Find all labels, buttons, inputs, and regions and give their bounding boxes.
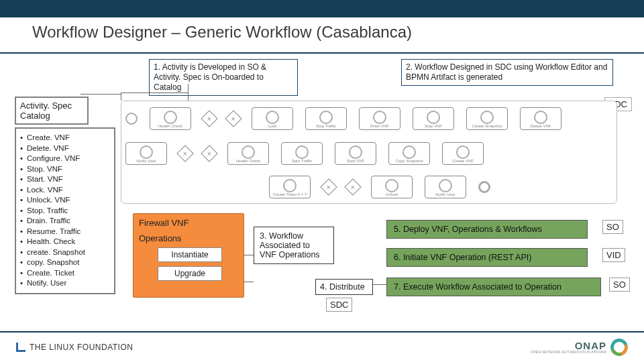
bpmn-gateway: × bbox=[320, 178, 337, 195]
operations-group: Operations Instantiate Upgrade bbox=[139, 233, 238, 281]
bpmn-row: Notify User××Health CheckStart TrafficSt… bbox=[125, 140, 612, 167]
bpmn-row: Health Check××LockStop TrafficDrain VNFS… bbox=[125, 105, 612, 132]
onap-subtext: OPEN NETWORK AUTOMATION PLATFORM bbox=[531, 351, 606, 354]
bpmn-task: Stop VNF bbox=[413, 107, 454, 130]
bpmn-gateway: × bbox=[225, 110, 241, 127]
catalog-item: Create. Ticket bbox=[20, 268, 110, 279]
bpmn-task: Notify User bbox=[425, 176, 466, 198]
bpmn-gateway: × bbox=[201, 110, 217, 127]
vnf-title: Firewall VNF bbox=[139, 218, 238, 228]
lf-icon bbox=[16, 343, 25, 352]
bpmn-task: Drain VNF bbox=[359, 107, 400, 130]
vid-tag: VID bbox=[602, 248, 625, 262]
bpmn-task: Start VNF bbox=[335, 142, 376, 165]
connector-line bbox=[80, 94, 121, 95]
step-4-box: 4. Distribute bbox=[315, 279, 373, 295]
catalog-item: Create. VNF bbox=[20, 133, 110, 143]
bpmn-gateway: × bbox=[176, 145, 193, 162]
catalog-item: Resume. Traffic bbox=[20, 227, 110, 237]
catalog-item: Start. VNF bbox=[20, 174, 110, 185]
bpmn-task: Delete VNF bbox=[520, 107, 561, 130]
bpmn-task: Lock bbox=[252, 107, 293, 130]
connector-line bbox=[121, 93, 188, 93]
catalog-item: Stop. Traffic bbox=[20, 206, 110, 217]
content-area: 1. Activity is Developed in SO & Activit… bbox=[0, 54, 644, 335]
catalog-item: Drain. Traffic bbox=[20, 216, 110, 227]
slide-root: Workflow Designer – Generic Workflow (Ca… bbox=[0, 0, 644, 362]
catalog-item: Configure. VNF bbox=[20, 154, 110, 164]
op-instantiate[interactable]: Instantiate bbox=[158, 247, 222, 262]
so-tag-2: SO bbox=[609, 278, 630, 292]
so-tag-1: SO bbox=[602, 220, 623, 234]
step-6-box: 6. Initiate VNF Operation (REST API) bbox=[386, 248, 588, 267]
catalog-title: Activity. Spec Catalog bbox=[15, 97, 89, 125]
bpmn-task: Notify User bbox=[125, 142, 167, 165]
linux-foundation-logo: THE LINUX FOUNDATION bbox=[16, 343, 133, 352]
catalog-item: Unlock. VNF bbox=[20, 195, 110, 206]
lf-text: THE LINUX FOUNDATION bbox=[30, 343, 133, 352]
firewall-vnf-card: Firewall VNF Operations Instantiate Upgr… bbox=[133, 213, 244, 298]
catalog-item: create. Snapshot bbox=[20, 247, 110, 258]
bpmn-task: Create VNF bbox=[442, 142, 484, 165]
onap-icon bbox=[608, 336, 631, 359]
step-2-box: 2. Workflow Designed in SDC using Workfl… bbox=[401, 59, 613, 86]
bpmn-task: Stop Traffic bbox=[305, 107, 347, 130]
catalog-item: Notify. User bbox=[20, 278, 110, 289]
step-5-box: 5. Deploy VNF, Operations & Workflows bbox=[386, 220, 588, 239]
bpmn-task: Create Snapshot bbox=[466, 107, 508, 130]
bpmn-end-event bbox=[478, 181, 490, 193]
step-7-box: 7. Execute Workflow Associated to Operat… bbox=[386, 278, 601, 296]
operations-label: Operations bbox=[139, 233, 238, 243]
title-band: Workflow Designer – Generic Workflow (Ca… bbox=[0, 17, 644, 48]
bpmn-task: Copy Snapshot bbox=[388, 142, 430, 165]
connector-line bbox=[121, 93, 121, 101]
bpmn-task: Health Check bbox=[227, 142, 269, 165]
bpmn-row: Create Ticket 0 = ?××UnlockNotify User bbox=[269, 174, 612, 200]
catalog-list: Create. VNFDelete. VNFConfigure. VNFStop… bbox=[15, 127, 115, 294]
onap-text: ONAP bbox=[531, 341, 606, 351]
op-upgrade[interactable]: Upgrade bbox=[158, 266, 222, 281]
connector-line bbox=[244, 255, 254, 255]
catalog-item: Stop. VNF bbox=[20, 164, 110, 175]
step-3-box: 3. Workflow Associated to VNF Operations bbox=[254, 227, 334, 264]
catalog-item: copy. Snapshot bbox=[20, 257, 110, 268]
bpmn-task: Create Ticket 0 = ? bbox=[269, 176, 311, 198]
connector-line bbox=[188, 84, 189, 101]
bpmn-start-event bbox=[125, 113, 138, 125]
step-1-box: 1. Activity is Developed in SO & Activit… bbox=[149, 59, 298, 96]
bpmn-canvas: Health Check××LockStop TrafficDrain VNFS… bbox=[121, 101, 617, 204]
bpmn-gateway: × bbox=[201, 145, 217, 162]
bpmn-task: Unlock bbox=[371, 176, 413, 198]
catalog-item: Health. Check bbox=[20, 237, 110, 247]
onap-logo: ONAP OPEN NETWORK AUTOMATION PLATFORM bbox=[531, 339, 628, 356]
bpmn-task: Health Check bbox=[150, 107, 191, 130]
header-band bbox=[0, 0, 644, 17]
catalog-item: Delete. VNF bbox=[20, 143, 110, 154]
connector-line bbox=[244, 282, 254, 282]
page-title: Workflow Designer – Generic Workflow (Ca… bbox=[32, 23, 627, 42]
connector-line bbox=[373, 284, 386, 285]
bpmn-gateway: × bbox=[344, 178, 361, 195]
bpmn-task: Start Traffic bbox=[281, 142, 323, 165]
footer: THE LINUX FOUNDATION ONAP OPEN NETWORK A… bbox=[0, 331, 644, 362]
sdc-tag: SDC bbox=[326, 298, 352, 312]
catalog-item: Lock. VNF bbox=[20, 185, 110, 196]
